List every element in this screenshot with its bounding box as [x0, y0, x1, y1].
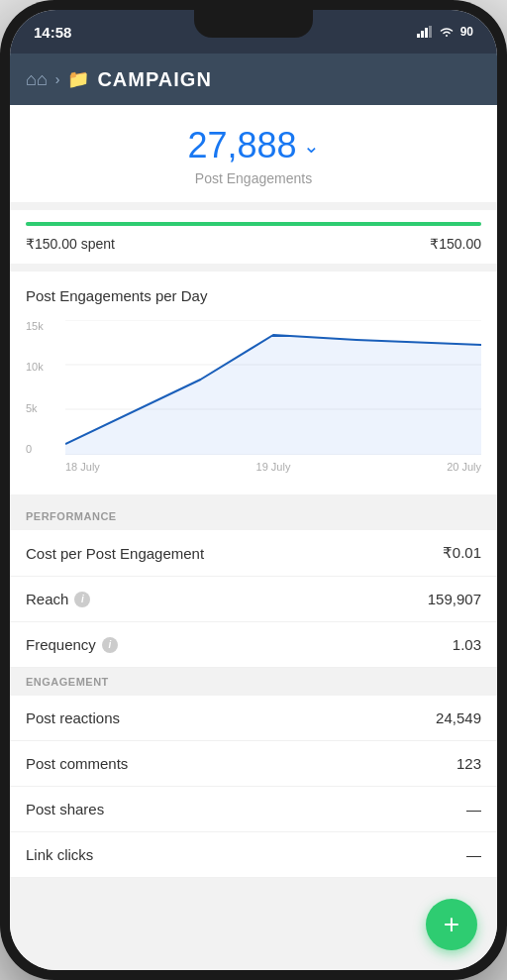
- budget-total-label: ₹150.00: [430, 236, 481, 252]
- stat-value-frequency: 1.03: [453, 636, 481, 653]
- frequency-info-icon[interactable]: i: [102, 637, 118, 653]
- metric-label: Post Engagements: [26, 170, 481, 202]
- budget-progress-container: [26, 222, 481, 226]
- y-label-10k: 10k: [26, 361, 61, 373]
- stat-value-comments: 123: [456, 755, 481, 772]
- stat-row-comments: Post comments 123: [10, 741, 497, 787]
- stat-label-frequency: Frequency i: [26, 636, 118, 653]
- wifi-icon: [439, 26, 455, 38]
- chart-area: 0 5k 10k 15k: [26, 320, 481, 479]
- svg-rect-3: [429, 26, 432, 38]
- notch: [194, 10, 313, 38]
- reach-info-icon[interactable]: i: [74, 592, 90, 607]
- stat-value-cost: ₹0.01: [443, 544, 481, 562]
- y-label-5k: 5k: [26, 402, 61, 414]
- nav-bar: ⌂ › 📁 CAMPAIGN: [10, 54, 497, 105]
- svg-rect-0: [417, 34, 420, 38]
- budget-row: ₹150.00 spent ₹150.00: [26, 236, 481, 252]
- battery-indicator: 90: [460, 25, 473, 39]
- stat-value-shares: —: [466, 801, 481, 817]
- stat-label-reach: Reach i: [26, 591, 90, 607]
- campaign-folder-icon: 📁: [67, 68, 89, 90]
- metric-chevron-icon: ⌄: [303, 134, 320, 158]
- phone-frame: 14:58 90: [0, 0, 507, 980]
- svg-marker-8: [65, 335, 481, 455]
- stat-label-comments: Post comments: [26, 755, 128, 772]
- svg-rect-2: [425, 28, 428, 38]
- main-content: 27,888 ⌄ Post Engagements ₹150.00 spent …: [10, 105, 497, 970]
- budget-section: ₹150.00 spent ₹150.00: [10, 210, 497, 264]
- status-icons: 90: [417, 25, 473, 39]
- status-time: 14:58: [34, 24, 71, 41]
- budget-progress-fill: [26, 222, 481, 226]
- stat-row-link-clicks: Link clicks —: [10, 832, 497, 878]
- chart-section: Post Engagements per Day 0 5k 10k 15k: [10, 272, 497, 494]
- stat-value-reach: 159,907: [428, 591, 481, 607]
- signal-icon: [417, 26, 433, 38]
- fab-button[interactable]: +: [426, 899, 477, 950]
- chart-plot: [65, 320, 481, 455]
- stat-label-shares: Post shares: [26, 801, 104, 817]
- metric-value-row[interactable]: 27,888 ⌄: [26, 125, 481, 166]
- x-label-18july: 18 July: [65, 461, 100, 473]
- chart-title: Post Engagements per Day: [26, 287, 481, 304]
- stat-row-frequency: Frequency i 1.03: [10, 622, 497, 668]
- stat-label-cost: Cost per Post Engagement: [26, 545, 204, 562]
- phone-inner: 14:58 90: [10, 10, 497, 970]
- stat-value-reactions: 24,549: [436, 709, 481, 726]
- stat-row-cost: Cost per Post Engagement ₹0.01: [10, 530, 497, 577]
- breadcrumb-chevron: ›: [55, 71, 60, 87]
- home-icon[interactable]: ⌂: [26, 69, 48, 90]
- performance-section-header: PERFORMANCE: [10, 502, 497, 530]
- stat-value-link-clicks: —: [466, 846, 481, 863]
- page-title: CAMPAIGN: [97, 68, 211, 91]
- metric-number-text: 27,888: [187, 125, 296, 166]
- x-label-19july: 19 July: [256, 461, 291, 473]
- stat-row-reactions: Post reactions 24,549: [10, 696, 497, 741]
- engagement-section-header: ENGAGEMENT: [10, 668, 497, 696]
- stat-row-shares: Post shares —: [10, 787, 497, 832]
- y-label-15k: 15k: [26, 320, 61, 332]
- y-label-0: 0: [26, 443, 61, 455]
- budget-spent-label: ₹150.00 spent: [26, 236, 115, 252]
- bottom-spacer: [10, 878, 497, 957]
- chart-x-labels: 18 July 19 July 20 July: [65, 455, 481, 479]
- svg-rect-1: [421, 31, 424, 38]
- x-label-20july: 20 July: [447, 461, 481, 473]
- chart-svg: [65, 320, 481, 455]
- metric-card: 27,888 ⌄ Post Engagements: [10, 105, 497, 202]
- stat-label-reactions: Post reactions: [26, 709, 120, 726]
- stat-label-link-clicks: Link clicks: [26, 846, 93, 863]
- stat-row-reach: Reach i 159,907: [10, 577, 497, 622]
- chart-y-labels: 0 5k 10k 15k: [26, 320, 61, 455]
